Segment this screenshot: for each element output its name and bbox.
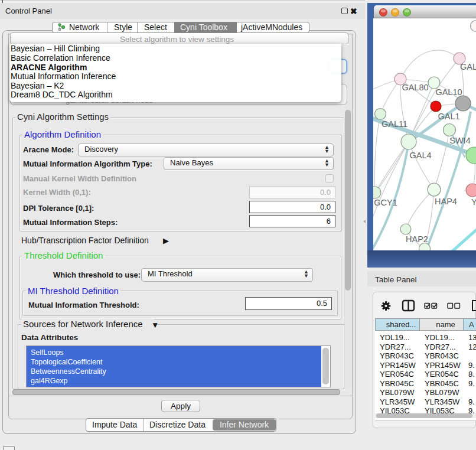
svg-text:HAP4: HAP4 bbox=[435, 197, 457, 206]
svg-text:SWI4: SWI4 bbox=[449, 136, 470, 145]
svg-text:GCY1: GCY1 bbox=[374, 198, 397, 207]
svg-text:GAL10: GAL10 bbox=[435, 87, 462, 97]
svg-text:HAP2: HAP2 bbox=[406, 234, 428, 244]
svg-text:GAL1: GAL1 bbox=[438, 112, 459, 121]
svg-text:GAL80: GAL80 bbox=[402, 83, 428, 92]
svg-text:GAL7: GAL7 bbox=[460, 62, 476, 71]
svg-text:GAL11: GAL11 bbox=[382, 119, 407, 129]
svg-text:GAL4: GAL4 bbox=[409, 151, 431, 160]
svg-text:Y: Y bbox=[471, 197, 476, 207]
